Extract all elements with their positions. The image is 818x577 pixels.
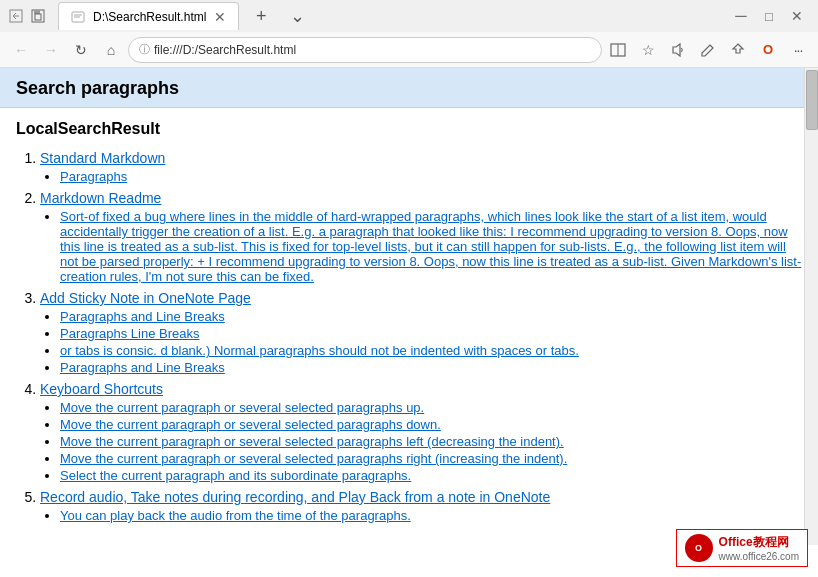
list-item: Standard Markdown Paragraphs	[40, 150, 802, 184]
list-item: You can play back the audio from the tim…	[60, 508, 802, 523]
page-header: Search paragraphs	[0, 68, 818, 108]
maximize-button[interactable]: □	[756, 3, 782, 29]
watermark: O Office教程网 www.office26.com	[676, 529, 808, 545]
lock-icon: ⓘ	[139, 42, 150, 57]
sub-list-2: Sort-of fixed a bug where lines in the m…	[60, 209, 802, 284]
navigation-bar: ← → ↻ ⌂ ⓘ file:///D:/SearchResult.html ☆…	[0, 32, 818, 68]
office-icon[interactable]: O	[756, 38, 780, 62]
list-item: Paragraphs	[60, 169, 802, 184]
list-item: Sort-of fixed a bug where lines in the m…	[60, 209, 802, 284]
sub-link-1-1[interactable]: Paragraphs	[60, 169, 127, 184]
browser-wrapper: D:\SearchResult.html ✕ + ⌄ ─ □ ✕ ← → ↻ ⌂…	[0, 0, 818, 545]
split-view-icon[interactable]	[606, 38, 630, 62]
pen-icon[interactable]	[696, 38, 720, 62]
share-icon[interactable]	[726, 38, 750, 62]
watermark-logo-text: O	[695, 543, 702, 545]
list-item: Paragraphs Line Breaks	[60, 326, 802, 341]
tab-close-button[interactable]: ✕	[214, 9, 226, 25]
list-item: or tabs is consic. d blank.) Normal para…	[60, 343, 802, 358]
forward-button[interactable]: →	[38, 37, 64, 63]
address-bar[interactable]: ⓘ file:///D:/SearchResult.html	[128, 37, 602, 63]
tab-list-button[interactable]: ⌄	[283, 2, 311, 30]
favorites-star-icon[interactable]: ☆	[636, 38, 660, 62]
window-icon-back	[8, 8, 24, 24]
watermark-logo: O	[685, 534, 713, 545]
sub-link-3-2[interactable]: Paragraphs Line Breaks	[60, 326, 199, 341]
result-link-3[interactable]: Add Sticky Note in OneNote Page	[40, 290, 251, 306]
sub-link-2-1[interactable]: Sort-of fixed a bug where lines in the m…	[60, 209, 801, 284]
svg-rect-6	[35, 14, 41, 20]
sub-list-5: You can play back the audio from the tim…	[60, 508, 802, 523]
sub-list-1: Paragraphs	[60, 169, 802, 184]
result-link-5[interactable]: Record audio, Take notes during recordin…	[40, 489, 550, 505]
list-item: Record audio, Take notes during recordin…	[40, 489, 802, 523]
sub-link-4-5[interactable]: Select the current paragraph and its sub…	[60, 468, 411, 483]
list-item: Keyboard Shortcuts Move the current para…	[40, 381, 802, 483]
minimize-button[interactable]: ─	[728, 3, 754, 29]
result-link-4[interactable]: Keyboard Shortcuts	[40, 381, 163, 397]
tab-favicon-icon	[71, 10, 85, 24]
browser-nav-icons: ☆ O ···	[606, 38, 810, 62]
read-aloud-icon[interactable]	[666, 38, 690, 62]
close-button[interactable]: ✕	[784, 3, 810, 29]
scrollbar[interactable]	[804, 68, 818, 545]
page-content: Search paragraphs LocalSearchResult Stan…	[0, 68, 818, 545]
results-list: Standard Markdown Paragraphs Markdown Re…	[40, 150, 802, 523]
sub-link-4-3[interactable]: Move the current paragraph or several se…	[60, 434, 564, 449]
active-tab[interactable]: D:\SearchResult.html ✕	[58, 2, 239, 30]
address-text: file:///D:/SearchResult.html	[154, 43, 296, 57]
content-area: LocalSearchResult Standard Markdown Para…	[0, 108, 818, 545]
sub-link-4-1[interactable]: Move the current paragraph or several se…	[60, 400, 424, 415]
home-button[interactable]: ⌂	[98, 37, 124, 63]
scrollbar-thumb[interactable]	[806, 70, 818, 130]
tab-title-text: D:\SearchResult.html	[93, 10, 206, 24]
sub-link-5-1[interactable]: You can play back the audio from the tim…	[60, 508, 411, 523]
list-item: Move the current paragraph or several se…	[60, 434, 802, 449]
page-title: Search paragraphs	[16, 78, 179, 98]
window-icons	[8, 8, 46, 24]
sub-link-3-3[interactable]: or tabs is consic. d blank.) Normal para…	[60, 343, 579, 358]
back-button[interactable]: ←	[8, 37, 34, 63]
list-item: Paragraphs and Line Breaks	[60, 360, 802, 375]
sub-list-4: Move the current paragraph or several se…	[60, 400, 802, 483]
list-item: Paragraphs and Line Breaks	[60, 309, 802, 324]
result-heading: LocalSearchResult	[16, 120, 802, 138]
refresh-button[interactable]: ↻	[68, 37, 94, 63]
new-tab-button[interactable]: +	[247, 2, 275, 30]
result-link-2[interactable]: Markdown Readme	[40, 190, 161, 206]
sub-link-4-2[interactable]: Move the current paragraph or several se…	[60, 417, 441, 432]
svg-rect-5	[34, 10, 40, 14]
more-tools-button[interactable]: ···	[786, 38, 810, 62]
list-item: Markdown Readme Sort-of fixed a bug wher…	[40, 190, 802, 284]
title-bar: D:\SearchResult.html ✕ + ⌄ ─ □ ✕	[0, 0, 818, 32]
result-link-1[interactable]: Standard Markdown	[40, 150, 165, 166]
list-item: Move the current paragraph or several se…	[60, 417, 802, 432]
window-icon-save[interactable]	[30, 8, 46, 24]
sub-link-3-4[interactable]: Paragraphs and Line Breaks	[60, 360, 225, 375]
list-item: Add Sticky Note in OneNote Page Paragrap…	[40, 290, 802, 375]
list-item: Move the current paragraph or several se…	[60, 400, 802, 415]
list-item: Select the current paragraph and its sub…	[60, 468, 802, 483]
watermark-site: Office教程网	[719, 534, 799, 545]
list-item: Move the current paragraph or several se…	[60, 451, 802, 466]
sub-list-3: Paragraphs and Line Breaks Paragraphs Li…	[60, 309, 802, 375]
sub-link-4-4[interactable]: Move the current paragraph or several se…	[60, 451, 567, 466]
sub-link-3-1[interactable]: Paragraphs and Line Breaks	[60, 309, 225, 324]
